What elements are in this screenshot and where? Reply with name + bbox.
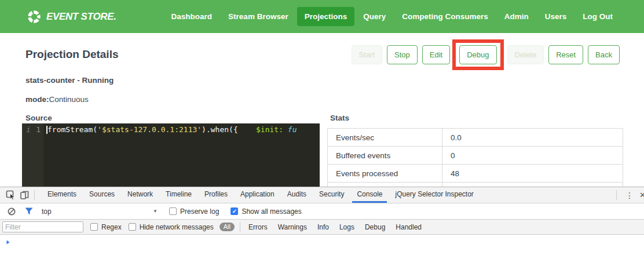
frame-context-select[interactable]: top ▼ bbox=[42, 207, 158, 216]
code-token-keyword: $init: bbox=[256, 125, 283, 134]
clear-console-icon[interactable] bbox=[5, 205, 19, 218]
console-filter-bar: Regex Hide network messages All ErrorsWa… bbox=[0, 219, 644, 235]
checkbox-unchecked[interactable] bbox=[90, 223, 98, 231]
nav-item-log-out[interactable]: Log Out bbox=[575, 7, 620, 26]
filter-funnel-icon[interactable] bbox=[22, 205, 36, 218]
console-prompt-icon bbox=[5, 239, 11, 245]
hide-network-messages-checkbox[interactable]: Hide network messages bbox=[129, 223, 214, 231]
level-errors[interactable]: Errors bbox=[243, 223, 273, 231]
level-info[interactable]: Info bbox=[312, 223, 334, 231]
debug-highlight-annotation: Debug bbox=[452, 39, 503, 70]
event-store-logo-icon bbox=[27, 10, 41, 24]
devtools-tab-jquery-selector-inspector[interactable]: jQuery Selector Inspector bbox=[390, 187, 478, 203]
stat-value: 0.0 bbox=[442, 129, 623, 147]
inspect-element-icon[interactable] bbox=[3, 189, 17, 202]
line-number: 1 bbox=[36, 125, 41, 134]
devtools-tabbar: ElementsSourcesNetworkTimelineProfilesAp… bbox=[0, 187, 644, 203]
level-handled[interactable]: Handled bbox=[390, 223, 427, 231]
nav-item-users[interactable]: Users bbox=[537, 7, 575, 26]
nav-item-query[interactable]: Query bbox=[356, 7, 393, 26]
reset-button[interactable]: Reset bbox=[548, 45, 583, 64]
toolbar-separator bbox=[616, 190, 617, 200]
delete-button[interactable]: Delete bbox=[507, 45, 544, 64]
screen: EVENT STORE. DashboardStream BrowserProj… bbox=[0, 0, 644, 255]
projection-status: stats-counter - Running bbox=[25, 76, 114, 85]
main-nav: DashboardStream BrowserProjectionsQueryC… bbox=[163, 7, 621, 26]
devtools-tab-elements[interactable]: Elements bbox=[43, 187, 81, 203]
chevron-down-icon: ▼ bbox=[153, 209, 158, 214]
page-title: Projection Details bbox=[25, 48, 119, 61]
level-logs[interactable]: Logs bbox=[334, 223, 360, 231]
projection-mode: mode:Continuous bbox=[25, 95, 89, 104]
stats-heading: Stats bbox=[330, 114, 349, 122]
event-store-logo[interactable]: EVENT STORE. bbox=[27, 10, 116, 24]
devtools-tab-timeline[interactable]: Timeline bbox=[161, 187, 196, 203]
nav-item-projections[interactable]: Projections bbox=[297, 7, 355, 26]
devtools-panel: ElementsSourcesNetworkTimelineProfilesAp… bbox=[0, 187, 644, 255]
nav-item-dashboard[interactable]: Dashboard bbox=[164, 7, 220, 26]
stat-label: Buffered events bbox=[328, 147, 442, 165]
back-button[interactable]: Back bbox=[588, 45, 620, 64]
devtools-tab-network[interactable]: Network bbox=[123, 187, 158, 203]
stat-label: Events/sec bbox=[328, 129, 442, 147]
show-all-messages-label: Show all messages bbox=[241, 207, 301, 216]
console-prompt-row[interactable] bbox=[0, 235, 644, 255]
level-all-badge[interactable]: All bbox=[219, 223, 235, 231]
devtools-tabs: ElementsSourcesNetworkTimelineProfilesAp… bbox=[41, 187, 480, 203]
stat-value: 0 bbox=[442, 147, 623, 165]
close-icon[interactable]: ✕ bbox=[639, 191, 644, 199]
stat-label: Events processed bbox=[328, 165, 442, 183]
devtools-tab-console[interactable]: Console bbox=[352, 187, 387, 203]
stats-row: Events/sec0.0 bbox=[328, 129, 623, 147]
preserve-log-label: Preserve log bbox=[180, 207, 219, 216]
stop-button[interactable]: Stop bbox=[387, 45, 418, 64]
device-toolbar-icon[interactable] bbox=[17, 189, 31, 202]
devtools-tab-security[interactable]: Security bbox=[314, 187, 349, 203]
more-menu-icon[interactable]: ⋮ bbox=[620, 191, 639, 200]
action-buttons: StartStopEditDebugDeleteResetBack bbox=[347, 40, 620, 69]
code-token-function: fu bbox=[288, 125, 297, 134]
devtools-tab-audits[interactable]: Audits bbox=[283, 187, 311, 203]
nav-item-stream-browser[interactable]: Stream Browser bbox=[221, 7, 296, 26]
regex-label: Regex bbox=[101, 223, 122, 231]
start-button[interactable]: Start bbox=[352, 45, 382, 64]
source-heading: Source bbox=[25, 114, 52, 122]
console-levels: ErrorsWarningsInfoLogsDebugHandled bbox=[243, 223, 427, 231]
checkbox-unchecked[interactable] bbox=[169, 207, 177, 215]
devtools-tab-profiles[interactable]: Profiles bbox=[200, 187, 232, 203]
level-warnings[interactable]: Warnings bbox=[273, 223, 312, 231]
gutter-info-icon: i bbox=[26, 125, 31, 134]
code-token-plain bbox=[238, 125, 256, 134]
mode-value: Continuous bbox=[49, 95, 89, 104]
stat-value: 48 bbox=[442, 165, 623, 183]
filter-input[interactable] bbox=[2, 221, 83, 232]
mode-label: mode: bbox=[25, 95, 49, 104]
code-token-plain: fromStream( bbox=[47, 125, 97, 134]
devtools-tab-sources[interactable]: Sources bbox=[85, 187, 119, 203]
level-debug[interactable]: Debug bbox=[360, 223, 390, 231]
show-all-messages-checkbox[interactable]: ✓ Show all messages bbox=[230, 207, 301, 216]
stats-row: Events processed48 bbox=[328, 165, 623, 183]
console-toolbar: top ▼ Preserve log ✓ Show all messages bbox=[0, 203, 644, 219]
logo-text: EVENT STORE. bbox=[46, 11, 116, 23]
devtools-tabbar-right: ⋮ ✕ bbox=[613, 187, 644, 203]
frame-context-value: top bbox=[42, 207, 52, 216]
code-line: fromStream('$stats-127.0.0.1:2113').when… bbox=[47, 125, 297, 134]
top-navigation-bar: EVENT STORE. DashboardStream BrowserProj… bbox=[0, 0, 644, 33]
edit-button[interactable]: Edit bbox=[422, 45, 450, 64]
preserve-log-checkbox[interactable]: Preserve log bbox=[169, 207, 219, 216]
stats-row: Buffered events0 bbox=[328, 147, 623, 165]
regex-checkbox[interactable]: Regex bbox=[90, 223, 122, 231]
debug-button[interactable]: Debug bbox=[459, 45, 496, 64]
code-token-string: '$stats-127.0.0.1:2113' bbox=[97, 125, 202, 134]
hide-network-messages-label: Hide network messages bbox=[140, 223, 214, 231]
nav-item-admin[interactable]: Admin bbox=[497, 7, 536, 26]
code-token-plain bbox=[283, 125, 288, 134]
code-token-plain: ).when({ bbox=[202, 125, 238, 134]
toolbar-separator bbox=[34, 190, 35, 200]
devtools-tab-application[interactable]: Application bbox=[236, 187, 279, 203]
checkbox-checked[interactable]: ✓ bbox=[230, 207, 238, 215]
checkbox-unchecked[interactable] bbox=[129, 223, 136, 231]
toolbar-separator bbox=[240, 222, 240, 232]
nav-item-competing-consumers[interactable]: Competing Consumers bbox=[394, 7, 496, 26]
